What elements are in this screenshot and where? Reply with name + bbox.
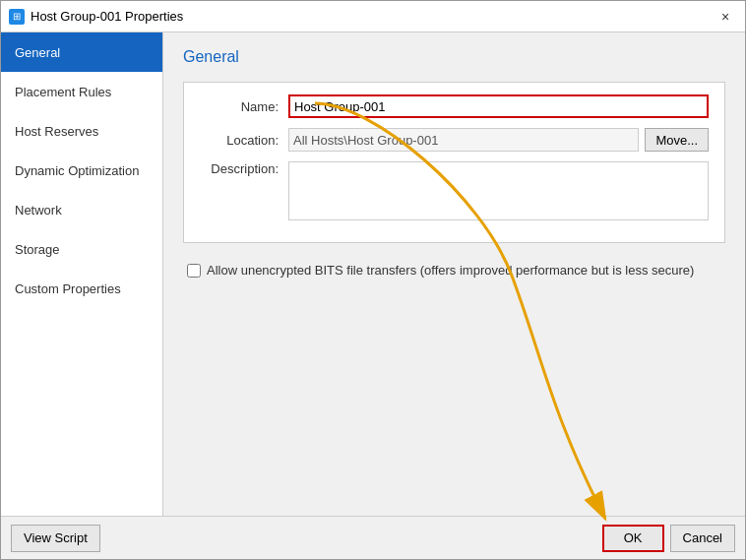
bits-checkbox[interactable] xyxy=(187,264,201,278)
bits-checkbox-row: Allow unencrypted BITS file transfers (o… xyxy=(183,255,725,285)
ok-button[interactable]: OK xyxy=(602,525,664,552)
move-button[interactable]: Move... xyxy=(645,128,709,152)
bottom-right-buttons: OK Cancel xyxy=(602,525,735,552)
location-row: Location: Move... xyxy=(200,128,709,152)
main-panel: General Name: Location: Move... xyxy=(163,32,745,516)
cancel-button[interactable]: Cancel xyxy=(670,525,735,552)
description-label: Description: xyxy=(200,161,288,176)
dialog-icon: ⊞ xyxy=(9,9,25,25)
location-field-group: Move... xyxy=(288,128,709,152)
sidebar-item-dynamic-optimization[interactable]: Dynamic Optimization xyxy=(1,151,162,190)
form-area: Name: Location: Move... Description: xyxy=(183,82,725,243)
location-input[interactable] xyxy=(288,128,639,152)
sidebar: General Placement Rules Host Reserves Dy… xyxy=(1,32,163,516)
description-textarea[interactable] xyxy=(288,161,709,220)
close-button[interactable]: × xyxy=(714,5,737,29)
location-label: Location: xyxy=(200,133,288,148)
sidebar-item-custom-properties[interactable]: Custom Properties xyxy=(1,269,162,308)
sidebar-item-placement-rules[interactable]: Placement Rules xyxy=(1,72,162,111)
section-title: General xyxy=(183,48,725,66)
name-input[interactable] xyxy=(288,94,709,118)
sidebar-item-general[interactable]: General xyxy=(1,32,162,72)
view-script-button[interactable]: View Script xyxy=(11,525,100,552)
sidebar-item-network[interactable]: Network xyxy=(1,190,162,229)
bits-checkbox-label: Allow unencrypted BITS file transfers (o… xyxy=(207,263,694,278)
name-label: Name: xyxy=(200,99,288,114)
name-row: Name: xyxy=(200,94,709,118)
dialog-content: General Placement Rules Host Reserves Dy… xyxy=(1,32,745,516)
title-bar: ⊞ Host Group-001 Properties × xyxy=(1,1,745,32)
bottom-bar: View Script OK Cancel xyxy=(1,516,745,559)
dialog-title: Host Group-001 Properties xyxy=(31,9,183,24)
description-row: Description: xyxy=(200,161,709,220)
sidebar-item-storage[interactable]: Storage xyxy=(1,229,162,269)
sidebar-item-host-reserves[interactable]: Host Reserves xyxy=(1,111,162,151)
